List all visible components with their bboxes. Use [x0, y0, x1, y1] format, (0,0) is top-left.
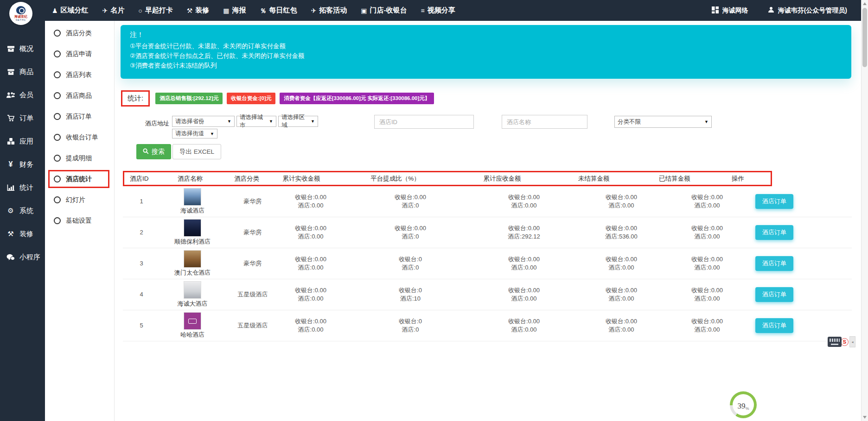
cell-unsettled-amount: 收银台:0.00酒店:0.00 — [568, 255, 675, 272]
cell-actions: 酒店订单 — [740, 287, 809, 302]
sidebar-item[interactable]: ¥财务 — [0, 153, 45, 176]
submenu-item[interactable]: 提成明细 — [45, 148, 114, 169]
table-row: 2顺德保利酒店豪华房收银台:0.00酒店:0.00收银台:0.00酒店:0收银台… — [123, 217, 852, 248]
hotel-orders-button[interactable]: 酒店订单 — [755, 318, 793, 333]
network-name: 海诚网络 — [722, 6, 748, 15]
sidebar-item[interactable]: 应用 — [0, 130, 45, 153]
city-select[interactable]: 请选择城市▼ — [236, 116, 276, 127]
main-content: 注！ ①平台资金统计已付款、未退款、未关闭的订单实付金额 ②酒店资金统计平台扣点… — [115, 21, 861, 421]
annotation-red-box — [48, 170, 109, 188]
submenu-item[interactable]: 酒店订单 — [45, 106, 114, 127]
input-method-bar[interactable]: S ◂ — [828, 336, 855, 347]
top-menu-item[interactable]: ♟区域分红 — [52, 6, 89, 15]
cell-receivable-amount: 收银台:0.00酒店:0.00 — [480, 317, 568, 334]
scroll-down-arrow[interactable] — [863, 416, 867, 419]
dove-icon: ✈ — [102, 7, 108, 14]
top-menu-item[interactable]: ▣门店-收银台 — [361, 6, 407, 15]
sidebar-item[interactable]: ⚙系统 — [0, 199, 45, 222]
sidebar-item[interactable]: 小程序 — [0, 245, 45, 269]
chevron-down-icon: ▼ — [704, 119, 708, 124]
scrollbar-thumb[interactable] — [862, 8, 867, 67]
circle-bullet-icon — [54, 196, 61, 203]
sidebar-item[interactable]: 概况 — [0, 37, 45, 60]
table-row: 3澳门太仓酒店豪华房收银台:0.00酒店:0.00收银台:0酒店:0收银台:0.… — [123, 248, 852, 279]
top-menu-item[interactable]: ％每日红包 — [260, 6, 297, 15]
circle-bullet-icon — [54, 217, 61, 224]
cell-commission-rate: 收银台:0.00酒店:0 — [341, 193, 480, 210]
cell-category: 豪华房 — [225, 259, 281, 268]
account-menu[interactable]: 海诚韦芬(公众号管理员) — [768, 6, 847, 15]
sidebar-item[interactable]: 订单 — [0, 107, 45, 130]
circle-bullet-icon — [54, 155, 61, 162]
ime-collapse-arrow[interactable]: ◂ — [849, 336, 855, 347]
cell-hotel-name: 海诚大酒店 — [160, 279, 225, 310]
submenu-item[interactable]: 酒店列表 — [45, 64, 114, 85]
sidebar-item[interactable]: 统计 — [0, 176, 45, 199]
street-select[interactable]: 请选择街道▼ — [172, 129, 217, 138]
hotel-orders-button[interactable]: 酒店订单 — [755, 287, 793, 302]
top-menu-item[interactable]: ✈拓客活动 — [311, 6, 347, 15]
top-menu-item[interactable]: ✈名片 — [102, 6, 125, 15]
person-icon — [768, 6, 774, 14]
overview-icon — [6, 45, 15, 52]
hotel-name-input[interactable] — [502, 115, 587, 129]
top-menu-item[interactable]: ⚒装修 — [187, 6, 210, 15]
cell-unsettled-amount: 收银台:0.00酒店:0.00 — [568, 286, 675, 303]
stats-icon — [6, 184, 15, 191]
submenu-item[interactable]: 幻灯片 — [45, 189, 114, 210]
hotel-orders-button[interactable]: 酒店订单 — [755, 225, 793, 240]
hotel-id-input[interactable] — [374, 115, 474, 129]
sidebar-item[interactable]: ⚒装修 — [0, 222, 45, 245]
hotel-orders-button[interactable]: 酒店订单 — [755, 194, 793, 209]
column-header: 平台提成比（%） — [330, 175, 460, 183]
cell-category: 豪华房 — [225, 228, 281, 237]
submenu-item[interactable]: 基础设置 — [45, 210, 114, 231]
export-excel-button[interactable]: 导出 EXCEL — [172, 144, 221, 159]
notice-banner: 注！ ①平台资金统计已付款、未退款、未关闭的订单实付金额 ②酒店资金统计平台扣点… — [121, 25, 851, 79]
hotel-stats-table: 酒店ID酒店名称酒店分类累计实收金额平台提成比（%）累计应收金额未结算金额已结算… — [123, 171, 852, 341]
submenu-item[interactable]: 酒店申请 — [45, 44, 114, 64]
hotel-photo — [184, 281, 201, 299]
hotel-orders-button[interactable]: 酒店订单 — [755, 256, 793, 271]
submenu-item[interactable]: 酒店分类 — [45, 23, 114, 44]
sidebar-item[interactable]: 会员 — [0, 83, 45, 107]
hotel-photo — [184, 250, 201, 268]
column-header: 酒店名称 — [160, 175, 221, 183]
search-icon — [143, 148, 149, 156]
network-switcher[interactable]: 海诚网络 — [712, 6, 748, 15]
table-header-row-annotation: 酒店ID酒店名称酒店分类累计实收金额平台提成比（%）累计应收金额未结算金额已结算… — [123, 171, 772, 186]
top-menu-item[interactable]: ▦海报 — [223, 6, 246, 15]
submenu-item[interactable]: 酒店统计 — [45, 169, 114, 189]
submenu-item[interactable]: 酒店商品 — [45, 85, 114, 106]
loading-progress-ring: 39% — [730, 391, 757, 418]
circle-icon: ○ — [138, 7, 142, 14]
decorate-icon: ⚒ — [6, 230, 15, 238]
circle-bullet-icon — [54, 134, 61, 141]
cell-hotel-id: 2 — [123, 228, 160, 237]
stat-badge: 酒店总销售额:[292.12]元 — [155, 93, 223, 104]
notice-title: 注！ — [130, 31, 842, 39]
province-select[interactable]: 请选择省份▼ — [172, 116, 235, 127]
top-menu-item[interactable]: ○早起打卡 — [138, 6, 172, 15]
topbar-right: 海诚网络 海诚韦芬(公众号管理员) — [712, 0, 847, 21]
category-select[interactable]: 分类不限▼ — [614, 116, 712, 128]
cell-hotel-id: 3 — [123, 259, 160, 268]
dove-icon: ✈ — [311, 7, 317, 14]
page-scrollbar[interactable] — [861, 0, 868, 421]
submenu-item[interactable]: 收银台订单 — [45, 127, 114, 148]
cell-settled-amount: 收银台:0.00酒店:0.00 — [675, 286, 740, 303]
table-row: 4海诚大酒店五星级酒店收银台:0.00酒店:0.00收银台:0酒店:10收银台:… — [123, 279, 852, 310]
keyboard-icon — [828, 337, 842, 347]
store-icon: ▣ — [361, 7, 367, 14]
cell-unsettled-amount: 收银台:0.00酒店:0.00 — [568, 193, 675, 210]
scroll-up-arrow[interactable] — [863, 2, 867, 5]
table-row: 5哈哈酒店五星级酒店收银台:0.00酒店:0.00收银台:0酒店:0收银台:0.… — [123, 310, 852, 341]
orders-icon — [6, 114, 15, 122]
app-logo[interactable]: 海诚世纪 NETHC — [9, 2, 32, 25]
top-menu-item[interactable]: ≡视频分享 — [421, 6, 455, 15]
cell-receivable-amount: 收银台:0.00酒店:292.12 — [480, 224, 568, 241]
search-button[interactable]: 搜索 — [136, 144, 171, 159]
table-row: 1海诚酒店豪华房收银台:0.00酒店:0.00收银台:0.00酒店:0收银台:0… — [123, 186, 852, 217]
region-select[interactable]: 请选择区域▼ — [278, 116, 318, 127]
sidebar-item[interactable]: 商品 — [0, 60, 45, 83]
